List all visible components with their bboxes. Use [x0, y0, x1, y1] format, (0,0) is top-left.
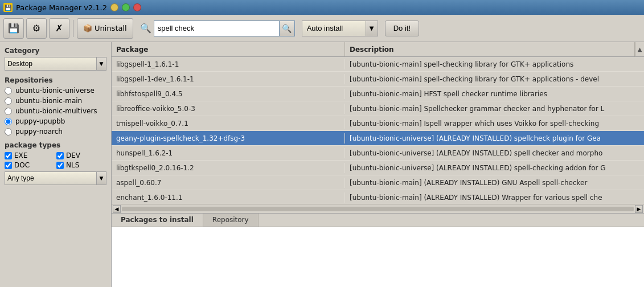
- pkg-type-checkbox-NLS[interactable]: [56, 162, 64, 169]
- any-type-row: Any type EXE only DEV only ▼: [5, 171, 106, 185]
- window-title: Package Manager v2.1.2: [16, 3, 107, 12]
- repo-label-ubuntu-bionic-universe: ubuntu-bionic-universe: [15, 87, 95, 95]
- category-select[interactable]: Desktop All Development Games Internet M…: [5, 57, 96, 71]
- repo-label-puppy-noarch: puppy-noarch: [15, 128, 63, 136]
- category-dropdown-wrap: Desktop All Development Games Internet M…: [5, 57, 106, 71]
- package-description-cell: [ubuntu-bionic-universe] (ALREADY INSTAL…: [345, 133, 644, 144]
- repo-radio-puppy-noarch[interactable]: [5, 128, 12, 136]
- package-description-cell: [ubuntu-bionic-main] (ALREADY INSTALLED)…: [345, 178, 644, 188]
- pkg-type-label-DEV: DEV: [66, 151, 80, 159]
- scroll-left-button[interactable]: ◀: [113, 205, 121, 213]
- package-name-cell: libgspell-1-dev_1.6.1-1: [112, 74, 345, 84]
- package-types-label: package types: [5, 141, 106, 149]
- toolbar-separator: [73, 20, 73, 37]
- column-header-package: Package: [112, 42, 345, 56]
- table-row[interactable]: libgspell-1_1.6.1-1[ubuntu-bionic-main] …: [112, 57, 644, 72]
- bottom-tabs: Packages to installRepository: [112, 213, 644, 287]
- package-name-cell: libgspell-1_1.6.1-1: [112, 59, 345, 69]
- close-button[interactable]: [133, 3, 141, 11]
- uninstall-button[interactable]: 📦 Uninstall: [77, 18, 133, 39]
- minimize-button[interactable]: [110, 3, 118, 11]
- repo-item-ubuntu-bionic-multivers: ubuntu-bionic-multivers: [5, 107, 106, 115]
- pkg-type-checkbox-DEV[interactable]: [56, 152, 64, 159]
- package-types-grid: EXEDEVDOCNLS: [5, 151, 106, 169]
- search-bar: 🔍 🔍: [140, 20, 295, 36]
- scroll-right-button[interactable]: ▶: [635, 205, 643, 213]
- repo-radio-ubuntu-bionic-multivers[interactable]: [5, 108, 12, 115]
- repo-radio-ubuntu-bionic-universe[interactable]: [5, 87, 12, 95]
- repo-item-ubuntu-bionic-main: ubuntu-bionic-main: [5, 97, 106, 105]
- repositories-label: Repositories: [5, 76, 106, 84]
- any-type-dropdown-wrap: Any type EXE only DEV only ▼: [5, 171, 106, 185]
- tab-repository[interactable]: Repository: [203, 214, 259, 227]
- table-row[interactable]: libhfstospell9_0.4.5[ubuntu-bionic-main]…: [112, 87, 644, 101]
- package-name-cell: enchant_1.6.0-11.1: [112, 192, 345, 203]
- repo-label-ubuntu-bionic-main: ubuntu-bionic-main: [15, 97, 82, 105]
- package-description-cell: [ubuntu-bionic-main] Ispell wrapper whic…: [345, 118, 644, 129]
- repo-radio-puppy-upupbb[interactable]: [5, 118, 12, 125]
- save-button[interactable]: 💾: [3, 18, 24, 39]
- category-dropdown-arrow[interactable]: ▼: [96, 57, 106, 71]
- category-section: Category Desktop All Development Games I…: [5, 47, 106, 71]
- remove-button[interactable]: ✗: [49, 18, 69, 39]
- package-name-cell: hunspell_1.6.2-1: [112, 148, 345, 158]
- pkg-type-checkbox-DOC[interactable]: [5, 162, 12, 169]
- tab-content: [112, 227, 644, 287]
- repo-item-puppy-noarch: puppy-noarch: [5, 128, 106, 136]
- table-body: libgspell-1_1.6.1-1[ubuntu-bionic-main] …: [112, 57, 644, 204]
- repo-item-puppy-upupbb: puppy-upupbb: [5, 117, 106, 125]
- category-label: Category: [5, 47, 106, 55]
- package-types-section: package types EXEDEVDOCNLS Any type EXE …: [5, 141, 106, 185]
- table-row[interactable]: libreoffice-voikko_5.0-3[ubuntu-bionic-m…: [112, 101, 644, 116]
- uninstall-icon: 📦: [83, 24, 92, 32]
- table-row[interactable]: hunspell_1.6.2-1[ubuntu-bionic-universe]…: [112, 146, 644, 161]
- pkg-type-item-DOC: DOC: [5, 161, 55, 169]
- package-description-cell: [ubuntu-bionic-universe] (ALREADY INSTAL…: [345, 148, 644, 158]
- search-input[interactable]: [154, 20, 279, 36]
- table-header: Package Description ▲: [112, 42, 644, 57]
- table-row[interactable]: tmispell-voikko_0.7.1[ubuntu-bionic-main…: [112, 116, 644, 131]
- search-button[interactable]: 🔍: [279, 20, 295, 36]
- repo-radio-ubuntu-bionic-main[interactable]: [5, 97, 12, 105]
- auto-install-combo: Auto installMark for installMark for rem…: [302, 20, 378, 36]
- sidebar: Category Desktop All Development Games I…: [0, 42, 112, 287]
- package-description-cell: [ubuntu-bionic-main] spell-checking libr…: [345, 74, 644, 84]
- any-type-select[interactable]: Any type EXE only DEV only: [5, 171, 96, 185]
- toolbar: 💾 ⚙ ✗ 📦 Uninstall 🔍 🔍 Auto installMark f…: [0, 15, 644, 42]
- repo-label-ubuntu-bionic-multivers: ubuntu-bionic-multivers: [15, 107, 97, 115]
- pkg-type-label-NLS: NLS: [66, 161, 79, 169]
- table-row[interactable]: libgtkspell0_2.0.16-1.2[ubuntu-bionic-un…: [112, 161, 644, 175]
- do-it-button[interactable]: Do it!: [385, 20, 419, 36]
- package-name-cell: libhfstospell9_0.4.5: [112, 89, 345, 99]
- package-name-cell: tmispell-voikko_0.7.1: [112, 118, 345, 129]
- horizontal-scrollbar[interactable]: ◀ ▶: [112, 204, 644, 213]
- pkg-type-item-DEV: DEV: [56, 151, 106, 159]
- pkg-type-label-DOC: DOC: [14, 161, 30, 169]
- auto-install-dropdown-arrow[interactable]: ▼: [366, 20, 378, 36]
- table-row[interactable]: aspell_0.60.7[ubuntu-bionic-main] (ALREA…: [112, 175, 644, 190]
- scroll-track[interactable]: [122, 207, 634, 211]
- pkg-type-checkbox-EXE[interactable]: [5, 152, 12, 159]
- maximize-button[interactable]: [122, 3, 130, 11]
- package-description-cell: [ubuntu-bionic-main] HFST spell checker …: [345, 89, 644, 99]
- table-row[interactable]: enchant_1.6.0-11.1[ubuntu-bionic-main] (…: [112, 190, 644, 204]
- package-description-cell: [ubuntu-bionic-main] Spellchecker gramma…: [345, 104, 644, 114]
- pkg-type-label-EXE: EXE: [14, 151, 27, 159]
- tab-bar: Packages to installRepository: [112, 214, 644, 227]
- scroll-up-button[interactable]: ▲: [635, 42, 644, 57]
- package-name-cell: aspell_0.60.7: [112, 178, 345, 188]
- table-row[interactable]: geany-plugin-spellcheck_1.32+dfsg-3[ubun…: [112, 131, 644, 146]
- repo-label-puppy-upupbb: puppy-upupbb: [15, 117, 65, 125]
- app-icon: 💾: [3, 3, 13, 12]
- uninstall-label: Uninstall: [95, 24, 127, 32]
- any-type-dropdown-arrow[interactable]: ▼: [96, 171, 106, 185]
- table-row[interactable]: libgspell-1-dev_1.6.1-1[ubuntu-bionic-ma…: [112, 72, 644, 87]
- column-header-description: Description: [345, 42, 635, 56]
- package-name-cell: libgtkspell0_2.0.16-1.2: [112, 163, 345, 173]
- package-list-area: Package Description ▲ libgspell-1_1.6.1-…: [112, 42, 644, 213]
- auto-install-select[interactable]: Auto installMark for installMark for rem…: [302, 20, 366, 36]
- package-description-cell: [ubuntu-bionic-main] (ALREADY INSTALLED)…: [345, 192, 644, 203]
- settings-button[interactable]: ⚙: [26, 18, 47, 39]
- main-area: Category Desktop All Development Games I…: [0, 42, 644, 287]
- tab-packages-to-install[interactable]: Packages to install: [112, 214, 203, 227]
